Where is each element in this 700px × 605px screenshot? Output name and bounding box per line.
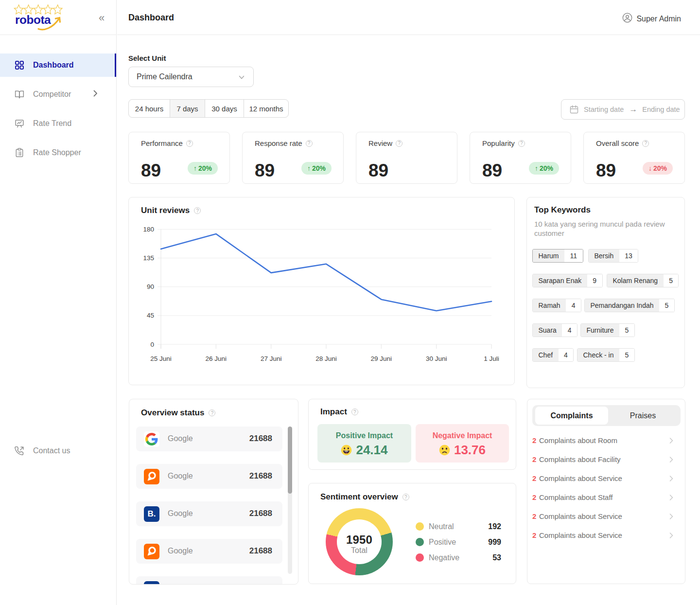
- svg-text:1 Juli: 1 Juli: [484, 355, 499, 362]
- svg-text:26 Juni: 26 Juni: [206, 355, 227, 362]
- svg-text:30 Juni: 30 Juni: [426, 355, 447, 362]
- svg-text:180: 180: [143, 226, 154, 233]
- svg-text:90: 90: [147, 283, 154, 290]
- svg-text:0: 0: [150, 341, 154, 348]
- svg-text:29 Juni: 29 Juni: [371, 355, 392, 362]
- svg-text:135: 135: [143, 254, 154, 262]
- svg-text:28 Juni: 28 Juni: [315, 355, 337, 362]
- svg-text:45: 45: [147, 312, 154, 319]
- svg-text:25 Juni: 25 Juni: [150, 355, 172, 362]
- svg-text:27 Juni: 27 Juni: [261, 355, 282, 362]
- svg-text:robota: robota: [15, 13, 51, 26]
